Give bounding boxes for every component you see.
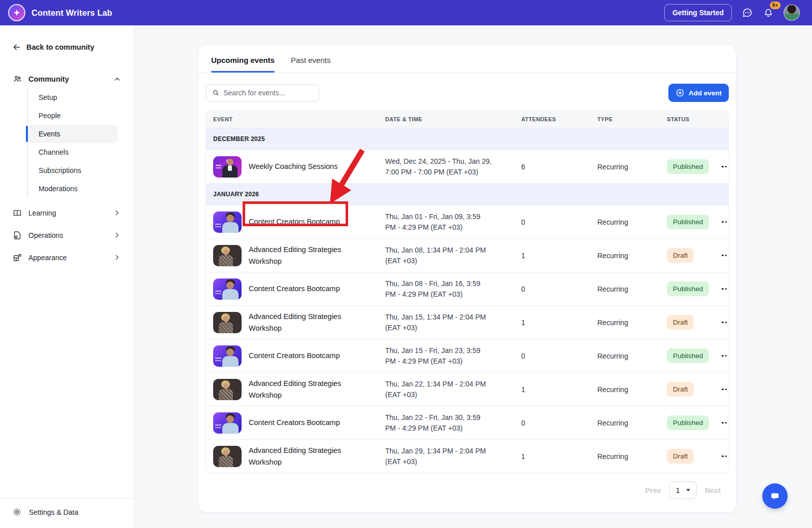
sidebar-item-channels[interactable]: Channels: [28, 143, 118, 161]
event-name[interactable]: Advanced Editing Strategies Workshop: [249, 445, 353, 468]
event-name[interactable]: Content Creators Bootcamp: [249, 417, 340, 428]
table-row[interactable]: Weekly Coaching Sessions Wed, Dec 24, 20…: [206, 150, 728, 183]
table-row[interactable]: Advanced Editing Strategies Workshop Thu…: [206, 238, 728, 272]
event-thumbnail: [213, 345, 242, 367]
getting-started-button[interactable]: Getting Started: [664, 4, 732, 21]
add-event-button[interactable]: Add event: [668, 84, 729, 102]
event-type: Recurring: [590, 218, 660, 226]
document-gear-icon: [12, 230, 22, 240]
status-badge: Draft: [667, 449, 694, 464]
table-row[interactable]: Advanced Editing Strategies Workshop Thu…: [206, 372, 728, 406]
book-icon: [12, 208, 22, 218]
table-row[interactable]: Content Creators Bootcamp Thu, Jan 01 - …: [206, 205, 728, 238]
table-row[interactable]: Advanced Editing Strategies Workshop Thu…: [206, 305, 728, 339]
sidebar-item-setup[interactable]: Setup: [28, 88, 118, 107]
page-select[interactable]: 1: [669, 481, 697, 499]
brand[interactable]: Content Writers Lab: [8, 4, 112, 21]
event-type: Recurring: [590, 252, 660, 260]
row-actions-button[interactable]: [720, 217, 729, 227]
event-type: Recurring: [590, 285, 660, 293]
event-name[interactable]: Content Creators Bootcamp: [249, 283, 340, 294]
settings-and-data-label: Settings & Data: [29, 508, 78, 516]
event-attendees: 1: [514, 252, 590, 260]
table-row[interactable]: Content Creators Bootcamp Thu, Jan 22 - …: [206, 406, 728, 439]
event-datetime: Thu, Jan 15, 1:34 PM - 2:04 PM (EAT +03): [378, 312, 514, 333]
tab-past-events[interactable]: Past events: [291, 56, 330, 73]
sidebar-section-operations[interactable]: Operations: [12, 224, 121, 247]
community-people-icon: [12, 74, 22, 84]
event-type: Recurring: [590, 319, 660, 327]
event-datetime: Thu, Jan 15 - Fri, Jan 23, 3:59 PM - 4:2…: [378, 345, 514, 367]
month-group-row: JANUARY 2026: [206, 183, 728, 205]
status-badge: Published: [667, 281, 709, 296]
event-name[interactable]: Weekly Coaching Sessions: [249, 161, 337, 172]
sidebar-item-events[interactable]: Events: [28, 125, 118, 143]
search-icon: [212, 89, 219, 97]
back-to-community-link[interactable]: Back to community: [12, 43, 121, 52]
event-thumbnail: [213, 446, 242, 467]
row-actions-button[interactable]: [720, 318, 729, 328]
status-badge: Published: [667, 215, 709, 229]
event-datetime: Thu, Jan 29, 1:34 PM - 2:04 PM (EAT +03): [378, 446, 514, 467]
event-attendees: 0: [514, 352, 590, 360]
event-datetime: Thu, Jan 01 - Fri, Jan 09, 3:59 PM - 4:2…: [378, 212, 514, 233]
event-datetime: Thu, Jan 08 - Fri, Jan 16, 3:59 PM - 4:2…: [378, 278, 514, 300]
tab-upcoming-events[interactable]: Upcoming events: [211, 56, 275, 73]
event-name[interactable]: Content Creators Bootcamp: [249, 350, 340, 361]
chat-widget-button[interactable]: [762, 483, 788, 509]
event-name[interactable]: Content Creators Bootcamp: [249, 216, 340, 227]
col-type: TYPE: [590, 116, 660, 122]
event-type: Recurring: [590, 385, 660, 394]
event-name[interactable]: Advanced Editing Strategies Workshop: [249, 311, 353, 334]
col-event: EVENT: [206, 116, 378, 122]
layout-blocks-icon: [12, 253, 22, 263]
status-badge: Draft: [667, 248, 694, 263]
month-group-row: DECEMBER 2025: [206, 128, 728, 150]
sidebar-section-community[interactable]: Community: [12, 74, 121, 84]
sidebar-section-appearance[interactable]: Appearance: [12, 247, 121, 269]
user-avatar[interactable]: [784, 5, 800, 21]
event-name[interactable]: Advanced Editing Strategies Workshop: [249, 378, 353, 401]
next-page-button[interactable]: Next: [705, 486, 721, 495]
row-actions-button[interactable]: [720, 384, 729, 395]
event-attendees: 1: [514, 452, 590, 461]
event-thumbnail: [213, 412, 242, 434]
event-attendees: 0: [514, 285, 590, 293]
event-attendees: 0: [514, 218, 590, 226]
messages-icon[interactable]: [741, 7, 753, 19]
sidebar-item-subscriptions[interactable]: Subscriptions: [28, 161, 118, 180]
row-actions-button[interactable]: [720, 451, 729, 462]
row-actions-button[interactable]: [720, 162, 729, 172]
topbar: Content Writers Lab Getting Started 9+: [0, 0, 812, 25]
event-name[interactable]: Advanced Editing Strategies Workshop: [249, 244, 353, 267]
table-row[interactable]: Advanced Editing Strategies Workshop Thu…: [206, 439, 728, 473]
prev-page-button[interactable]: Prev: [645, 486, 661, 495]
chevron-right-icon: [113, 209, 121, 217]
community-subnav: Setup People Events Channels Subscriptio…: [27, 88, 121, 198]
event-attendees: 6: [514, 163, 590, 171]
month-row-label: JANUARY 2026: [206, 184, 728, 205]
events-admin-page: Content Writers Lab Getting Started 9+ B…: [0, 0, 812, 528]
event-datetime: Wed, Dec 24, 2025 - Thu, Jan 29, 7:00 PM…: [378, 156, 514, 178]
row-actions-button[interactable]: [720, 284, 729, 294]
sidebar-learning-label: Learning: [28, 209, 113, 217]
search-input[interactable]: [223, 89, 313, 97]
month-row-label: DECEMBER 2025: [206, 128, 728, 150]
row-actions-button[interactable]: [720, 418, 729, 428]
sidebar-item-moderations[interactable]: Moderations: [28, 180, 118, 198]
admin-sidebar: Back to community Community Setup People…: [0, 25, 134, 528]
notifications-bell-icon[interactable]: 9+: [762, 7, 774, 19]
settings-and-data-link[interactable]: Settings & Data: [0, 498, 133, 528]
sidebar-item-people[interactable]: People: [28, 107, 118, 125]
row-actions-button[interactable]: [720, 351, 729, 361]
notification-count-badge: 9+: [770, 2, 781, 9]
col-status: STATUS: [660, 116, 713, 122]
status-badge: Published: [667, 415, 709, 430]
row-actions-button[interactable]: [720, 251, 729, 261]
event-datetime: Thu, Jan 08, 1:34 PM - 2:04 PM (EAT +03): [378, 245, 514, 266]
sidebar-section-learning[interactable]: Learning: [12, 202, 121, 224]
events-search[interactable]: [206, 84, 319, 102]
caret-down-icon: [686, 489, 690, 491]
table-row[interactable]: Content Creators Bootcamp Thu, Jan 15 - …: [206, 339, 728, 372]
table-row[interactable]: Content Creators Bootcamp Thu, Jan 08 - …: [206, 272, 728, 305]
